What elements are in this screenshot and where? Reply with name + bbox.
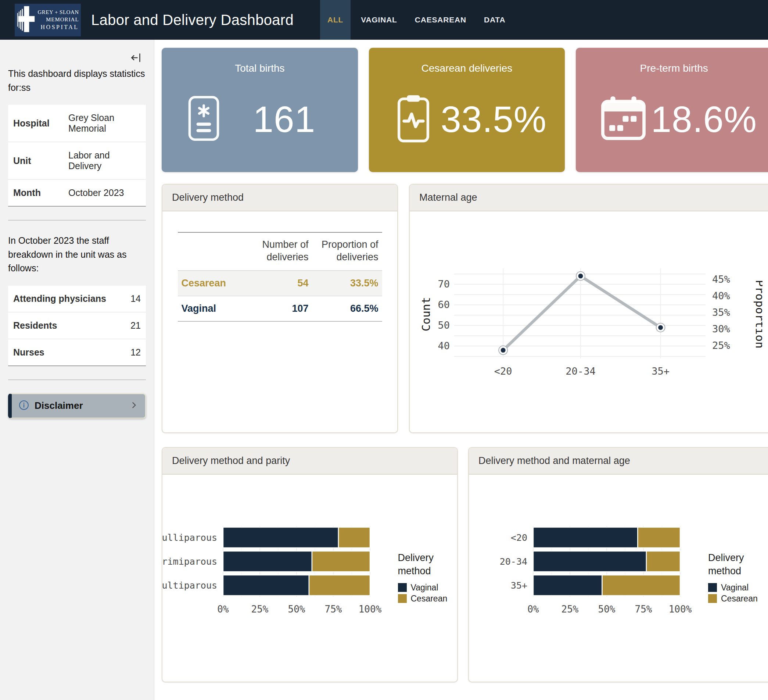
chart-svg: <2020-3435+0%25%50%75%100% (469, 524, 699, 633)
svg-text:<20: <20 (511, 532, 527, 543)
value-box-title: Total births (162, 62, 358, 74)
info-label: Month (8, 179, 63, 206)
delivery-maternal-age-card: Delivery method and maternal age <2020-3… (468, 447, 768, 682)
maternal-age-card: Maternal age 4050607025%30%35%40%45%<202… (409, 184, 768, 433)
header-cell-count: Number of deliveries (243, 232, 312, 271)
card-title: Maternal age (410, 184, 768, 211)
legend-item-vaginal: Vaginal (398, 583, 458, 593)
staff-value: 12 (116, 339, 146, 366)
svg-text:50%: 50% (598, 604, 616, 615)
card-body: NulliparousPrimiparousMultiparous0%25%50… (162, 475, 457, 682)
table-row-cesarean: Cesarean 54 33.5% (178, 271, 382, 296)
tab-data[interactable]: DATA (477, 0, 513, 40)
tab-caesarean[interactable]: CAESAREAN (408, 0, 474, 40)
info-label: Hospital (8, 105, 63, 142)
disclaimer-button[interactable]: Disclaimer (8, 393, 146, 418)
tab-vaginal[interactable]: VAGINAL (354, 0, 405, 40)
delivery-parity-card: Delivery method and parity NulliparousPr… (162, 447, 458, 682)
svg-text:35+: 35+ (651, 365, 669, 377)
info-circle-icon (18, 400, 29, 412)
staff-label: Residents (8, 312, 116, 339)
sidebar-collapse-icon[interactable] (130, 52, 141, 65)
row-label: Cesarean (178, 271, 243, 296)
clipboard-pulse-icon (392, 91, 435, 147)
svg-text:50%: 50% (288, 604, 305, 615)
row-count: 54 (243, 271, 312, 296)
sidebar: This dashboard displays statistics for:s… (0, 40, 154, 700)
legend-title: Delivery method (708, 551, 768, 577)
legend-item-vaginal: Vaginal (708, 583, 768, 593)
legend-label: Vaginal (721, 583, 749, 593)
table-row: Nurses 12 (8, 339, 146, 366)
chart-legend: Delivery methodVaginalCesarean (398, 551, 458, 604)
svg-text:Multiparous: Multiparous (162, 580, 217, 591)
svg-text:45%: 45% (712, 274, 730, 285)
svg-text:20-34: 20-34 (566, 365, 595, 377)
card-body: <2020-3435+0%25%50%75%100%Delivery metho… (469, 475, 768, 682)
info-label: Unit (8, 142, 63, 179)
delivery-maternal-age-chart: <2020-3435+0%25%50%75%100%Delivery metho… (469, 524, 768, 633)
value-box-row: Total births 161 (162, 48, 768, 172)
svg-text:<20: <20 (494, 365, 512, 377)
file-medical-icon (184, 93, 223, 146)
sidebar-intro-text: This dashboard displays statistics for:s… (8, 67, 146, 95)
delivery-method-card: Delivery method Number of deliveries Pro… (162, 184, 398, 433)
legend-swatch-cesarean (398, 594, 407, 603)
logo-line-2: MEMORIAL (37, 16, 78, 23)
svg-text:Primiparous: Primiparous (162, 556, 217, 567)
maternal-age-chart: 4050607025%30%35%40%45%<2020-3435+CountP… (419, 264, 763, 380)
value-box-title: Cesarean deliveries (369, 62, 565, 74)
legend-label: Cesarean (411, 594, 448, 604)
tab-all[interactable]: ALL (320, 0, 350, 40)
svg-text:75%: 75% (635, 604, 652, 615)
legend-item-cesarean: Cesarean (708, 594, 768, 604)
legend-swatch-vaginal (708, 583, 717, 592)
info-value: Labor and Delivery (63, 142, 146, 179)
row-label: Vaginal (178, 296, 243, 321)
value-box-preterm-births: Pre-term births (576, 48, 768, 172)
table-row: Hospital Grey Sloan Memorial (8, 105, 146, 142)
value-box-body: 18.6% (576, 74, 768, 172)
row-proportion: 66.5% (312, 296, 382, 321)
value-box-value: 161 (223, 98, 346, 141)
unit-info-table: Hospital Grey Sloan Memorial Unit Labor … (8, 105, 146, 207)
value-box-total-births: Total births 161 (162, 48, 358, 172)
chart-svg: 4050607025%30%35%40%45%<2020-3435+CountP… (419, 264, 763, 380)
legend-label: Vaginal (411, 583, 438, 593)
info-value: October 2023 (63, 179, 146, 206)
legend-swatch-cesarean (708, 594, 717, 603)
sidebar-divider (8, 380, 146, 380)
logo-line-1: GREY + SLOAN (37, 8, 78, 16)
svg-text:25%: 25% (562, 604, 579, 615)
card-body: Number of deliveries Proportion of deliv… (162, 211, 397, 432)
hospital-logo: GREY + SLOAN MEMORIAL HOSPITAL (15, 4, 81, 37)
sidebar-divider (8, 220, 146, 221)
table-row: Month October 2023 (8, 179, 146, 206)
chart-svg: NulliparousPrimiparousMultiparous0%25%50… (162, 524, 389, 633)
cards-row-1: Delivery method Number of deliveries Pro… (162, 184, 768, 433)
table-row: Unit Labor and Delivery (8, 142, 146, 179)
svg-text:40: 40 (438, 340, 450, 351)
legend-title: Delivery method (398, 551, 458, 577)
svg-text:60: 60 (438, 299, 450, 310)
header-cell-proportion: Proportion of deliveries (312, 232, 382, 271)
card-body: 4050607025%30%35%40%45%<2020-3435+CountP… (410, 211, 768, 432)
delivery-parity-chart: NulliparousPrimiparousMultiparous0%25%50… (162, 524, 458, 633)
value-box-body: 161 (162, 74, 358, 172)
svg-text:0%: 0% (527, 604, 539, 615)
main-content: Total births 161 (154, 40, 768, 700)
card-title: Delivery method (162, 184, 397, 211)
legend-label: Cesarean (721, 594, 758, 604)
legend-item-cesarean: Cesarean (398, 594, 458, 604)
svg-text:Proportion: Proportion (753, 280, 763, 349)
layout: This dashboard displays statistics for:s… (0, 40, 768, 700)
svg-text:75%: 75% (325, 604, 342, 615)
staff-label: Nurses (8, 339, 116, 366)
table-row: Attending physicians 14 (8, 286, 146, 312)
staff-table: Attending physicians 14 Residents 21 Nur… (8, 286, 146, 366)
staff-value: 14 (116, 286, 146, 312)
svg-text:100%: 100% (669, 604, 692, 615)
svg-text:Count: Count (419, 297, 432, 331)
legend-swatch-vaginal (398, 583, 407, 592)
svg-text:25%: 25% (712, 340, 730, 351)
